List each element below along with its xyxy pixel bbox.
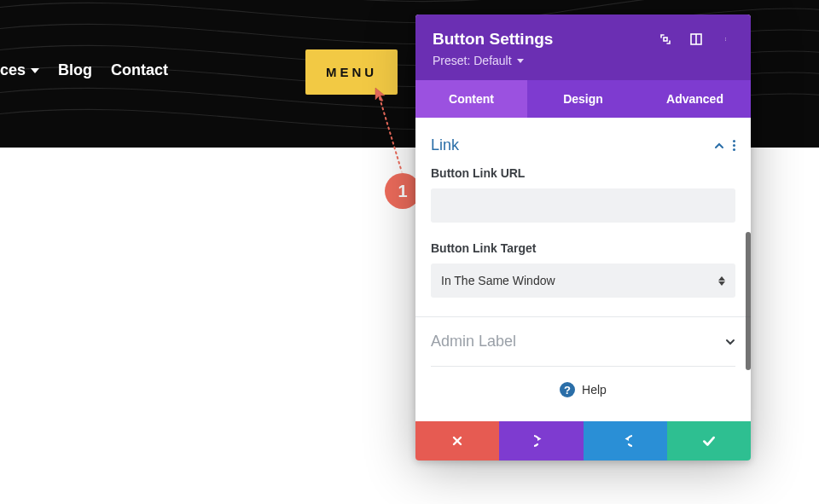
select-arrows-icon [718, 276, 725, 286]
tab-label: Design [563, 92, 603, 106]
undo-icon [534, 434, 548, 448]
chevron-down-icon [31, 68, 39, 73]
panel-scrollbar[interactable] [746, 232, 751, 370]
help-row[interactable]: ? Help [431, 366, 735, 413]
help-icon: ? [560, 382, 575, 397]
menu-button-label: MENU [326, 65, 377, 79]
nav-item-blog[interactable]: Blog [58, 61, 92, 79]
nav-item-contact[interactable]: Contact [111, 61, 168, 79]
save-button[interactable] [667, 421, 751, 461]
section-title: Link [431, 136, 459, 154]
primary-nav: ces Blog Contact [0, 61, 168, 79]
settings-tabs: Content Design Advanced [415, 80, 751, 118]
button-link-url-input[interactable] [431, 188, 735, 223]
svg-point-4 [725, 38, 726, 38]
select-value: In The Same Window [441, 274, 555, 287]
nav-item-label: Contact [111, 61, 168, 79]
more-vertical-icon[interactable] [733, 140, 735, 151]
expand-icon[interactable] [659, 32, 672, 46]
preset-label: Preset: Default [433, 54, 512, 67]
cancel-button[interactable] [415, 421, 499, 461]
section-admin-label-header[interactable]: Admin Label [431, 327, 735, 366]
undo-button[interactable] [499, 421, 583, 461]
annotation-number: 1 [398, 182, 407, 201]
menu-button[interactable]: MENU [305, 49, 398, 95]
section-title: Admin Label [431, 333, 516, 350]
more-vertical-icon[interactable] [720, 32, 734, 46]
button-link-target-select[interactable]: In The Same Window [431, 264, 735, 298]
close-icon [451, 435, 463, 447]
help-label: Help [582, 383, 607, 397]
section-divider [415, 316, 751, 317]
preset-dropdown[interactable]: Preset: Default [433, 54, 524, 67]
tab-design[interactable]: Design [527, 80, 639, 118]
svg-rect-1 [664, 38, 667, 41]
tab-advanced[interactable]: Advanced [639, 80, 751, 118]
nav-item-label: Blog [58, 61, 92, 79]
field-button-link-url: Button Link URL [431, 166, 735, 223]
chevron-up-icon[interactable] [714, 141, 724, 151]
triangle-down-icon [517, 59, 524, 63]
field-button-link-target: Button Link Target In The Same Window [431, 241, 735, 298]
panel-body: Link Button Link URL Button Link Target … [415, 118, 751, 421]
check-icon [701, 433, 717, 449]
panel-title: Button Settings [433, 30, 553, 49]
panel-footer-actions [415, 421, 751, 461]
nav-item-services[interactable]: ces [0, 61, 39, 79]
tab-label: Advanced [666, 92, 723, 106]
redo-button[interactable] [584, 421, 667, 461]
redo-icon [619, 434, 632, 448]
nav-item-label: ces [0, 61, 26, 79]
chevron-down-icon[interactable] [725, 337, 735, 347]
snap-icon[interactable] [689, 32, 703, 46]
svg-point-5 [725, 39, 726, 40]
section-link-header[interactable]: Link [431, 133, 735, 166]
field-label: Button Link Target [431, 241, 735, 255]
tab-label: Content [449, 92, 494, 106]
field-label: Button Link URL [431, 166, 735, 180]
panel-header[interactable]: Button Settings Preset: Default [415, 14, 751, 80]
tab-content[interactable]: Content [415, 80, 527, 118]
svg-point-6 [725, 40, 726, 41]
button-settings-panel: Button Settings Preset: Default Content … [415, 14, 751, 461]
